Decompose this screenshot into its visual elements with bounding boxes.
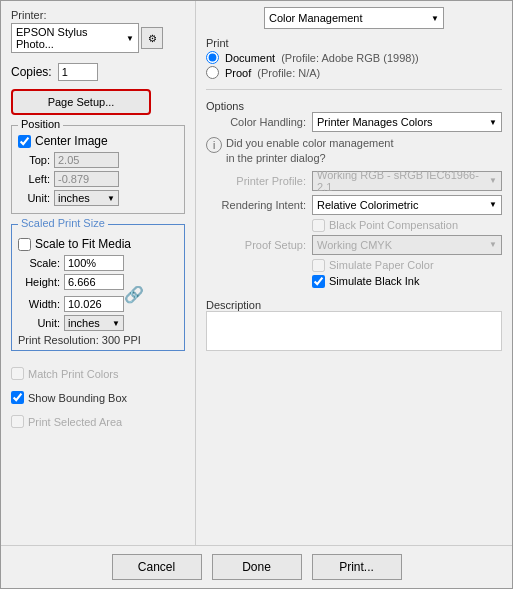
color-management-select[interactable]: Color Management ▼ — [264, 7, 444, 29]
scale-to-fit-row: Scale to Fit Media — [18, 237, 178, 251]
info-text: Did you enable color management in the p… — [226, 136, 394, 167]
unit2-select[interactable]: inches ▼ — [64, 315, 124, 331]
print-selected-label: Print Selected Area — [28, 416, 122, 428]
match-print-checkbox[interactable] — [11, 367, 24, 380]
printer-section: Printer: EPSON Stylus Photo... ▼ ⚙ — [11, 9, 185, 53]
height-row: Height: — [18, 274, 124, 290]
top-label: Top: — [18, 154, 50, 166]
printer-settings-btn[interactable]: ⚙ — [141, 27, 163, 49]
rendering-intent-select[interactable]: Relative Colorimetric ▼ — [312, 195, 502, 215]
link-icon: 🔗 — [128, 280, 140, 310]
copies-label: Copies: — [11, 65, 52, 79]
print-button[interactable]: Print... — [312, 554, 402, 580]
color-handling-arrow: ▼ — [489, 118, 497, 127]
simulate-paper-checkbox[interactable] — [312, 259, 325, 272]
position-group-title: Position — [18, 118, 63, 130]
match-print-label: Match Print Colors — [28, 368, 118, 380]
show-bounding-row: Show Bounding Box — [11, 391, 185, 404]
black-point-label: Black Point Compensation — [329, 219, 458, 231]
document-profile: (Profile: Adobe RGB (1998)) — [281, 52, 419, 64]
center-image-checkbox[interactable] — [18, 135, 31, 148]
simulate-paper-row: Simulate Paper Color — [206, 259, 502, 272]
top-dropdown-row: Color Management ▼ — [206, 7, 502, 29]
center-image-label: Center Image — [35, 134, 108, 148]
proof-radio[interactable] — [206, 66, 219, 79]
description-label: Description — [206, 299, 502, 311]
printer-profile-label: Printer Profile: — [206, 175, 306, 187]
left-row: Left: — [18, 171, 178, 187]
printer-profile-arrow: ▼ — [489, 176, 497, 185]
dialog-footer: Cancel Done Print... — [1, 545, 512, 588]
divider — [206, 89, 502, 90]
unit-select[interactable]: inches ▼ — [54, 190, 119, 206]
black-point-checkbox[interactable] — [312, 219, 325, 232]
black-point-row: Black Point Compensation — [206, 219, 502, 232]
left-input[interactable] — [54, 171, 119, 187]
left-label: Left: — [18, 173, 50, 185]
top-dropdown-arrow: ▼ — [431, 14, 439, 23]
rendering-intent-label: Rendering Intent: — [206, 199, 306, 211]
document-label: Document — [225, 52, 275, 64]
height-input[interactable] — [64, 274, 124, 290]
scale-input[interactable] — [64, 255, 124, 271]
proof-label: Proof — [225, 67, 251, 79]
description-section: Description — [206, 297, 502, 351]
left-panel: Printer: EPSON Stylus Photo... ▼ ⚙ Copie… — [1, 1, 196, 545]
proof-setup-label: Proof Setup: — [206, 239, 306, 251]
cancel-button[interactable]: Cancel — [112, 554, 202, 580]
height-label: Height: — [18, 276, 60, 288]
print-dialog: Printer: EPSON Stylus Photo... ▼ ⚙ Copie… — [0, 0, 513, 589]
proof-setup-arrow: ▼ — [489, 240, 497, 249]
document-radio[interactable] — [206, 51, 219, 64]
printer-dropdown-arrow: ▼ — [126, 34, 134, 43]
copies-input[interactable] — [58, 63, 98, 81]
print-selected-row: Print Selected Area — [11, 415, 185, 428]
done-button[interactable]: Done — [212, 554, 302, 580]
printer-select[interactable]: EPSON Stylus Photo... ▼ — [11, 23, 139, 53]
print-selected-checkbox[interactable] — [11, 415, 24, 428]
width-row: Width: — [18, 296, 124, 312]
unit-row: Unit: inches ▼ — [18, 190, 178, 206]
simulate-black-row: Simulate Black Ink — [206, 275, 502, 288]
print-section: Print Document (Profile: Adobe RGB (1998… — [206, 37, 502, 81]
scaled-group-title: Scaled Print Size — [18, 217, 108, 229]
unit-label: Unit: — [18, 192, 50, 204]
simulate-black-checkbox[interactable] — [312, 275, 325, 288]
show-bounding-checkbox[interactable] — [11, 391, 24, 404]
show-bounding-label: Show Bounding Box — [28, 392, 127, 404]
scale-to-fit-checkbox[interactable] — [18, 238, 31, 251]
printer-profile-row: Printer Profile: Working RGB - sRGB IEC6… — [206, 171, 502, 191]
width-input[interactable] — [64, 296, 124, 312]
match-print-row: Match Print Colors — [11, 367, 185, 380]
scale-row: Scale: — [18, 255, 178, 271]
print-section-label: Print — [206, 37, 502, 49]
position-group: Position Center Image Top: Left: Unit: i… — [11, 125, 185, 214]
simulate-paper-label: Simulate Paper Color — [329, 259, 434, 271]
page-setup-button[interactable]: Page Setup... — [11, 89, 151, 115]
unit-dropdown-arrow: ▼ — [107, 194, 115, 203]
proof-setup-row: Proof Setup: Working CMYK ▼ — [206, 235, 502, 255]
top-input[interactable] — [54, 152, 119, 168]
scale-label: Scale: — [18, 257, 60, 269]
simulate-black-label: Simulate Black Ink — [329, 275, 419, 287]
width-label: Width: — [18, 298, 60, 310]
rendering-intent-arrow: ▼ — [489, 200, 497, 209]
color-handling-select[interactable]: Printer Manages Colors ▼ — [312, 112, 502, 132]
copies-row: Copies: — [11, 63, 185, 81]
document-radio-row: Document (Profile: Adobe RGB (1998)) — [206, 51, 502, 64]
unit2-label: Unit: — [18, 317, 60, 329]
printer-profile-select[interactable]: Working RGB - sRGB IEC61966-2.1 ▼ — [312, 171, 502, 191]
printer-label: Printer: — [11, 9, 185, 21]
unit2-dropdown-arrow: ▼ — [112, 319, 120, 328]
center-image-row: Center Image — [18, 134, 178, 148]
proof-radio-row: Proof (Profile: N/A) — [206, 66, 502, 79]
color-handling-row: Color Handling: Printer Manages Colors ▼ — [206, 112, 502, 132]
unit2-row: Unit: inches ▼ — [18, 315, 178, 331]
info-row: i Did you enable color management in the… — [206, 136, 502, 167]
options-section: Options Color Handling: Printer Manages … — [206, 98, 502, 291]
proof-profile: (Profile: N/A) — [257, 67, 320, 79]
rendering-intent-row: Rendering Intent: Relative Colorimetric … — [206, 195, 502, 215]
hw-fields: Height: Width: — [18, 274, 124, 315]
proof-setup-select[interactable]: Working CMYK ▼ — [312, 235, 502, 255]
bottom-checks: Match Print Colors Show Bounding Box Pri… — [11, 363, 185, 432]
